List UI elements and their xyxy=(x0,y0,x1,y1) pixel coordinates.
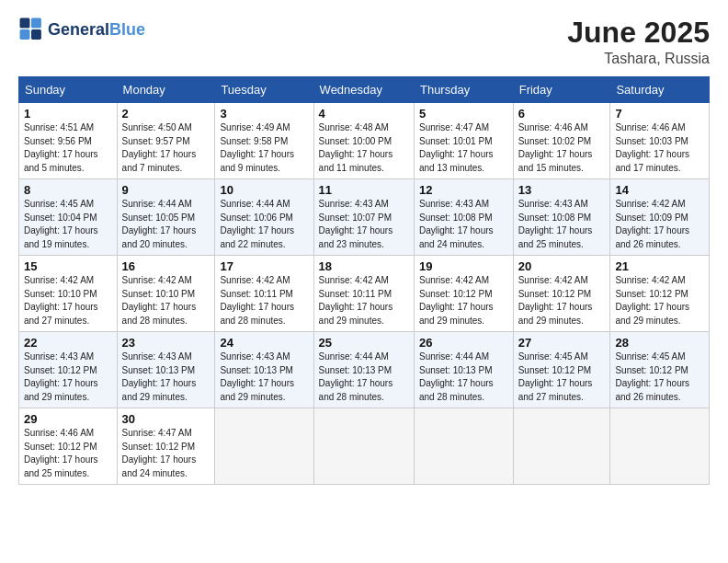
day-number: 24 xyxy=(220,336,308,350)
day-number: 15 xyxy=(24,259,112,273)
day-info: Sunrise: 4:50 AM Sunset: 9:57 PM Dayligh… xyxy=(122,121,210,175)
logo-icon xyxy=(18,17,44,42)
calendar-cell: 6Sunrise: 4:46 AM Sunset: 10:02 PM Dayli… xyxy=(513,103,610,179)
day-number: 3 xyxy=(220,107,308,121)
day-info: Sunrise: 4:43 AM Sunset: 10:07 PM Daylig… xyxy=(319,198,409,251)
day-info: Sunrise: 4:44 AM Sunset: 10:05 PM Daylig… xyxy=(122,198,210,251)
calendar-cell: 9Sunrise: 4:44 AM Sunset: 10:05 PM Dayli… xyxy=(117,179,215,256)
day-info: Sunrise: 4:42 AM Sunset: 10:12 PM Daylig… xyxy=(518,274,606,327)
col-header-friday: Friday xyxy=(513,77,610,103)
location-subtitle: Tashara, Russia xyxy=(567,51,710,67)
calendar-cell xyxy=(313,408,414,485)
day-number: 18 xyxy=(319,259,409,273)
calendar-cell: 10Sunrise: 4:44 AM Sunset: 10:06 PM Dayl… xyxy=(215,179,313,256)
calendar-cell: 11Sunrise: 4:43 AM Sunset: 10:07 PM Dayl… xyxy=(313,179,414,256)
day-number: 21 xyxy=(615,259,704,273)
day-info: Sunrise: 4:48 AM Sunset: 10:00 PM Daylig… xyxy=(319,121,409,175)
day-info: Sunrise: 4:43 AM Sunset: 10:13 PM Daylig… xyxy=(122,350,210,404)
logo: GeneralBlue xyxy=(18,17,145,42)
calendar-cell: 14Sunrise: 4:42 AM Sunset: 10:09 PM Dayl… xyxy=(610,179,710,256)
logo-text: GeneralBlue xyxy=(48,21,145,38)
calendar-cell: 26Sunrise: 4:44 AM Sunset: 10:13 PM Dayl… xyxy=(414,332,513,408)
col-header-monday: Monday xyxy=(117,77,215,103)
calendar-cell: 18Sunrise: 4:42 AM Sunset: 10:11 PM Dayl… xyxy=(313,256,414,332)
day-number: 17 xyxy=(220,259,308,273)
calendar-cell xyxy=(215,408,313,485)
calendar-cell: 30Sunrise: 4:47 AM Sunset: 10:12 PM Dayl… xyxy=(117,408,215,485)
calendar-cell: 13Sunrise: 4:43 AM Sunset: 10:08 PM Dayl… xyxy=(513,179,610,256)
calendar-cell: 2Sunrise: 4:50 AM Sunset: 9:57 PM Daylig… xyxy=(117,103,215,179)
day-info: Sunrise: 4:44 AM Sunset: 10:13 PM Daylig… xyxy=(419,350,508,404)
day-number: 22 xyxy=(24,336,112,350)
day-number: 25 xyxy=(319,336,409,350)
day-info: Sunrise: 4:45 AM Sunset: 10:12 PM Daylig… xyxy=(615,350,704,404)
title-block: June 2025 Tashara, Russia xyxy=(567,17,710,67)
day-number: 14 xyxy=(615,183,704,197)
page-header: GeneralBlue June 2025 Tashara, Russia xyxy=(18,17,710,67)
day-info: Sunrise: 4:43 AM Sunset: 10:13 PM Daylig… xyxy=(220,350,308,404)
col-header-thursday: Thursday xyxy=(414,77,513,103)
day-info: Sunrise: 4:42 AM Sunset: 10:12 PM Daylig… xyxy=(419,274,508,327)
day-info: Sunrise: 4:46 AM Sunset: 10:12 PM Daylig… xyxy=(24,427,112,480)
calendar-cell: 5Sunrise: 4:47 AM Sunset: 10:01 PM Dayli… xyxy=(414,103,513,179)
calendar-cell: 21Sunrise: 4:42 AM Sunset: 10:12 PM Dayl… xyxy=(610,256,710,332)
day-info: Sunrise: 4:42 AM Sunset: 10:11 PM Daylig… xyxy=(319,274,409,327)
col-header-tuesday: Tuesday xyxy=(215,77,313,103)
day-number: 12 xyxy=(419,183,508,197)
calendar-cell: 1Sunrise: 4:51 AM Sunset: 9:56 PM Daylig… xyxy=(19,103,118,179)
calendar-cell: 20Sunrise: 4:42 AM Sunset: 10:12 PM Dayl… xyxy=(513,256,610,332)
day-number: 28 xyxy=(615,336,704,350)
day-number: 29 xyxy=(24,412,112,426)
day-info: Sunrise: 4:44 AM Sunset: 10:06 PM Daylig… xyxy=(220,198,308,251)
calendar-cell: 15Sunrise: 4:42 AM Sunset: 10:10 PM Dayl… xyxy=(19,256,118,332)
day-number: 10 xyxy=(220,183,308,197)
day-info: Sunrise: 4:46 AM Sunset: 10:02 PM Daylig… xyxy=(518,121,606,175)
day-info: Sunrise: 4:46 AM Sunset: 10:03 PM Daylig… xyxy=(615,121,704,175)
day-info: Sunrise: 4:51 AM Sunset: 9:56 PM Dayligh… xyxy=(24,121,112,175)
calendar-cell xyxy=(610,408,710,485)
day-info: Sunrise: 4:42 AM Sunset: 10:09 PM Daylig… xyxy=(615,198,704,251)
col-header-sunday: Sunday xyxy=(19,77,118,103)
calendar-cell: 27Sunrise: 4:45 AM Sunset: 10:12 PM Dayl… xyxy=(513,332,610,408)
calendar-cell: 24Sunrise: 4:43 AM Sunset: 10:13 PM Dayl… xyxy=(215,332,313,408)
day-number: 27 xyxy=(518,336,606,350)
calendar-cell: 19Sunrise: 4:42 AM Sunset: 10:12 PM Dayl… xyxy=(414,256,513,332)
calendar-table: SundayMondayTuesdayWednesdayThursdayFrid… xyxy=(18,76,710,485)
day-number: 2 xyxy=(122,107,210,121)
calendar-cell: 16Sunrise: 4:42 AM Sunset: 10:10 PM Dayl… xyxy=(117,256,215,332)
day-number: 23 xyxy=(122,336,210,350)
month-title: June 2025 xyxy=(567,17,710,49)
day-number: 6 xyxy=(518,107,606,121)
day-info: Sunrise: 4:43 AM Sunset: 10:08 PM Daylig… xyxy=(419,198,508,251)
day-number: 20 xyxy=(518,259,606,273)
day-number: 5 xyxy=(419,107,508,121)
day-number: 4 xyxy=(319,107,409,121)
calendar-cell xyxy=(414,408,513,485)
calendar-cell: 17Sunrise: 4:42 AM Sunset: 10:11 PM Dayl… xyxy=(215,256,313,332)
calendar-cell xyxy=(513,408,610,485)
calendar-cell: 4Sunrise: 4:48 AM Sunset: 10:00 PM Dayli… xyxy=(313,103,414,179)
day-info: Sunrise: 4:45 AM Sunset: 10:04 PM Daylig… xyxy=(24,198,112,251)
calendar-cell: 22Sunrise: 4:43 AM Sunset: 10:12 PM Dayl… xyxy=(19,332,118,408)
svg-rect-3 xyxy=(31,29,41,40)
day-number: 1 xyxy=(24,107,112,121)
calendar-cell: 7Sunrise: 4:46 AM Sunset: 10:03 PM Dayli… xyxy=(610,103,710,179)
calendar-cell: 28Sunrise: 4:45 AM Sunset: 10:12 PM Dayl… xyxy=(610,332,710,408)
calendar-cell: 3Sunrise: 4:49 AM Sunset: 9:58 PM Daylig… xyxy=(215,103,313,179)
day-number: 19 xyxy=(419,259,508,273)
calendar-cell: 8Sunrise: 4:45 AM Sunset: 10:04 PM Dayli… xyxy=(19,179,118,256)
day-number: 9 xyxy=(122,183,210,197)
day-info: Sunrise: 4:45 AM Sunset: 10:12 PM Daylig… xyxy=(518,350,606,404)
day-info: Sunrise: 4:49 AM Sunset: 9:58 PM Dayligh… xyxy=(220,121,308,175)
day-number: 11 xyxy=(319,183,409,197)
calendar-cell: 23Sunrise: 4:43 AM Sunset: 10:13 PM Dayl… xyxy=(117,332,215,408)
calendar-cell: 25Sunrise: 4:44 AM Sunset: 10:13 PM Dayl… xyxy=(313,332,414,408)
day-info: Sunrise: 4:42 AM Sunset: 10:10 PM Daylig… xyxy=(122,274,210,327)
day-info: Sunrise: 4:42 AM Sunset: 10:11 PM Daylig… xyxy=(220,274,308,327)
day-number: 8 xyxy=(24,183,112,197)
day-number: 30 xyxy=(122,412,210,426)
svg-rect-2 xyxy=(20,29,30,40)
day-number: 16 xyxy=(122,259,210,273)
day-info: Sunrise: 4:44 AM Sunset: 10:13 PM Daylig… xyxy=(319,350,409,404)
day-number: 7 xyxy=(615,107,704,121)
